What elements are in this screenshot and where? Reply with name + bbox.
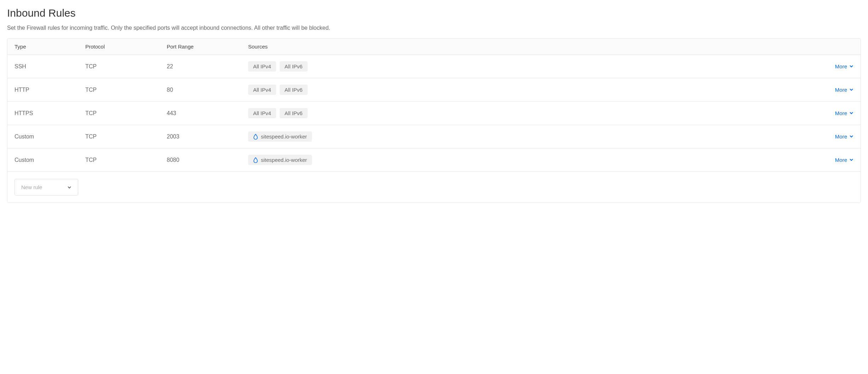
table-footer: New rule [7,172,861,203]
cell-more: More [818,110,853,117]
more-label: More [835,63,847,69]
source-tag[interactable]: All IPv6 [280,61,308,72]
more-label: More [835,110,847,116]
cell-type: SSH [15,63,85,70]
source-tag-label: sitespeed.io-worker [261,134,307,140]
more-button[interactable]: More [835,110,853,116]
column-header-type: Type [15,44,85,50]
source-tag-label: sitespeed.io-worker [261,157,307,163]
chevron-down-icon [849,111,853,115]
cell-port-range: 2003 [167,134,248,140]
source-tag-label: All IPv6 [285,87,303,93]
droplet-icon [253,157,258,163]
cell-type: HTTP [15,87,85,93]
new-rule-dropdown[interactable]: New rule [15,179,78,196]
more-button[interactable]: More [835,134,853,140]
cell-type: Custom [15,157,85,163]
chevron-down-icon [849,134,853,138]
source-tag-label: All IPv6 [285,110,303,116]
sources-wrap: sitespeed.io-worker [248,131,818,142]
source-tag[interactable]: sitespeed.io-worker [248,155,312,165]
sources-wrap: All IPv4All IPv6 [248,108,818,118]
cell-sources: All IPv4All IPv6 [248,85,818,95]
more-button[interactable]: More [835,157,853,163]
more-label: More [835,87,847,93]
source-tag[interactable]: All IPv4 [248,61,276,72]
page-subtitle: Set the Firewall rules for incoming traf… [7,25,861,31]
cell-sources: sitespeed.io-worker [248,155,818,165]
chevron-down-icon [849,87,853,92]
droplet-icon [253,134,258,140]
source-tag-label: All IPv4 [253,110,271,116]
cell-sources: sitespeed.io-worker [248,131,818,142]
cell-more: More [818,87,853,93]
sources-wrap: sitespeed.io-worker [248,155,818,165]
more-label: More [835,134,847,140]
rules-body: SSHTCP22All IPv4All IPv6MoreHTTPTCP80All… [7,55,861,172]
cell-protocol: TCP [85,134,167,140]
page-title: Inbound Rules [7,7,861,19]
source-tag-label: All IPv6 [285,63,303,69]
source-tag[interactable]: sitespeed.io-worker [248,131,312,142]
column-header-sources: Sources [248,44,818,50]
cell-more: More [818,134,853,140]
cell-protocol: TCP [85,63,167,70]
more-button[interactable]: More [835,63,853,69]
source-tag[interactable]: All IPv6 [280,85,308,95]
cell-sources: All IPv4All IPv6 [248,61,818,72]
table-row: HTTPSTCP443All IPv4All IPv6More [7,102,861,125]
cell-port-range: 443 [167,110,248,117]
source-tag[interactable]: All IPv6 [280,108,308,118]
new-rule-label: New rule [21,184,42,190]
cell-port-range: 80 [167,87,248,93]
table-row: CustomTCP2003sitespeed.io-workerMore [7,125,861,148]
column-header-protocol: Protocol [85,44,167,50]
table-row: CustomTCP8080sitespeed.io-workerMore [7,148,861,172]
more-label: More [835,157,847,163]
cell-type: Custom [15,134,85,140]
source-tag-label: All IPv4 [253,87,271,93]
cell-protocol: TCP [85,157,167,163]
cell-sources: All IPv4All IPv6 [248,108,818,118]
table-row: SSHTCP22All IPv4All IPv6More [7,55,861,78]
sources-wrap: All IPv4All IPv6 [248,85,818,95]
cell-more: More [818,157,853,163]
table-header: Type Protocol Port Range Sources [7,39,861,55]
cell-port-range: 22 [167,63,248,70]
cell-port-range: 8080 [167,157,248,163]
more-button[interactable]: More [835,87,853,93]
chevron-down-icon [67,185,72,189]
chevron-down-icon [849,158,853,162]
column-header-more [818,44,853,50]
column-header-port-range: Port Range [167,44,248,50]
rules-table: Type Protocol Port Range Sources SSHTCP2… [7,38,861,203]
cell-protocol: TCP [85,110,167,117]
cell-protocol: TCP [85,87,167,93]
source-tag[interactable]: All IPv4 [248,85,276,95]
cell-type: HTTPS [15,110,85,117]
source-tag-label: All IPv4 [253,63,271,69]
table-row: HTTPTCP80All IPv4All IPv6More [7,78,861,102]
source-tag[interactable]: All IPv4 [248,108,276,118]
cell-more: More [818,63,853,70]
sources-wrap: All IPv4All IPv6 [248,61,818,72]
chevron-down-icon [849,64,853,68]
